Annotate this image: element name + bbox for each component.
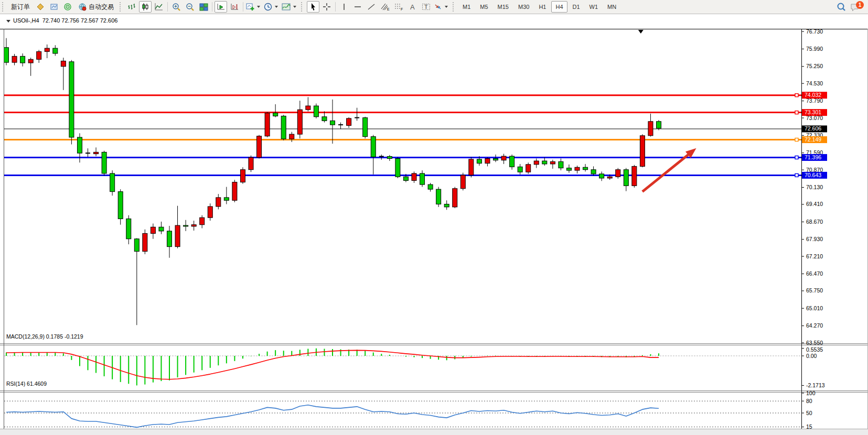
candle <box>436 187 441 207</box>
svg-text:73.301: 73.301 <box>805 109 821 115</box>
horizontal-line-button[interactable] <box>351 1 364 13</box>
candle <box>240 167 245 184</box>
ohlc-readout: 72.740 72.756 72.567 72.606 <box>42 17 118 24</box>
toolbar-grip[interactable] <box>453 2 456 12</box>
market-watch-icon <box>36 3 45 11</box>
cursor-icon <box>309 3 317 11</box>
timeframe-h4-button[interactable]: H4 <box>551 1 567 13</box>
candlestick-chart-button[interactable] <box>139 1 152 13</box>
toolbar-right-group: 1 <box>837 2 868 12</box>
timeframe-w1-button[interactable]: W1 <box>585 1 603 13</box>
equidistant-channel-button[interactable]: E <box>379 1 391 13</box>
timeframe-m1-button[interactable]: M1 <box>458 1 475 13</box>
svg-text:72.606: 72.606 <box>805 125 821 132</box>
auto-scroll-button[interactable] <box>215 1 227 13</box>
price-chip-70.643: 70.643 <box>802 172 827 179</box>
candle <box>69 60 74 145</box>
indicators-icon <box>282 3 291 11</box>
auto-scroll-icon <box>217 3 226 12</box>
data-window-button[interactable] <box>48 1 60 13</box>
svg-text:63.550: 63.550 <box>806 340 823 346</box>
candle <box>265 112 270 137</box>
dropdown-caret-icon <box>445 6 448 8</box>
svg-text:70.130: 70.130 <box>806 184 823 190</box>
svg-text:65.010: 65.010 <box>806 305 823 311</box>
price-chart[interactable]: 76.73075.99075.25074.53073.79073.07072.3… <box>0 29 868 435</box>
fibonacci-button[interactable]: F <box>392 1 405 13</box>
text-button[interactable]: A <box>406 1 419 13</box>
toolbar-separator <box>243 2 243 12</box>
new-order-label: 新订单 <box>11 3 30 12</box>
toolbar-grip[interactable] <box>301 2 304 12</box>
hline-handle[interactable] <box>795 138 798 142</box>
svg-text:71.396: 71.396 <box>805 154 821 160</box>
timeframe-mn-button[interactable]: MN <box>603 1 620 13</box>
chart-menu-caret-icon[interactable] <box>6 20 10 23</box>
timeframe-d1-button[interactable]: D1 <box>569 1 584 13</box>
timeframe-m5-button[interactable]: M5 <box>476 1 492 13</box>
svg-text:76.730: 76.730 <box>806 29 823 35</box>
equidistant-channel-icon: E <box>380 3 390 11</box>
chart-shift-icon <box>230 3 239 12</box>
navigator-button[interactable] <box>61 1 74 13</box>
toolbar-separator <box>167 2 168 12</box>
cursor-button[interactable] <box>307 1 319 13</box>
vertical-line-button[interactable] <box>338 1 350 13</box>
text-label-button[interactable]: T <box>420 1 432 13</box>
crosshair-button[interactable] <box>320 1 333 13</box>
candle <box>363 117 368 138</box>
bar-chart-button[interactable] <box>125 1 138 13</box>
candle <box>632 165 637 188</box>
dropdown-caret-icon <box>257 6 260 8</box>
zoom-out-button[interactable] <box>184 1 196 13</box>
periods-dropdown[interactable] <box>263 1 280 13</box>
mt4-terminal: { "toolbar": { "new_order_label": "新订单",… <box>0 0 868 435</box>
indicators-dropdown[interactable] <box>281 1 298 13</box>
toolbar-grip[interactable] <box>2 2 5 12</box>
market-watch-button[interactable] <box>34 1 47 13</box>
timeframe-m15-button[interactable]: M15 <box>494 1 513 13</box>
line-chart-button[interactable] <box>153 1 165 13</box>
tile-windows-button[interactable] <box>197 1 210 13</box>
candle <box>395 157 400 178</box>
candle <box>453 187 457 209</box>
candle <box>249 156 253 172</box>
timeframe-toolbar: M1M5M15M30H1H4D1W1MN <box>458 1 621 13</box>
price-chip-71.396: 71.396 <box>802 154 827 161</box>
zoom-in-button[interactable] <box>170 1 183 13</box>
dropdown-caret-icon <box>275 6 278 8</box>
hline-handle[interactable] <box>795 94 798 97</box>
price-chip-72.149: 72.149 <box>802 136 827 143</box>
hline-handle[interactable] <box>795 173 798 177</box>
toolbar-grip[interactable] <box>120 2 123 12</box>
window-bottom-edge <box>0 429 868 435</box>
zoom-in-icon <box>172 3 181 12</box>
hline-handle[interactable] <box>795 111 798 114</box>
navigator-icon <box>63 3 72 11</box>
svg-text:67.210: 67.210 <box>806 253 823 259</box>
toolbar-separator <box>335 2 336 12</box>
search-icon[interactable] <box>837 2 846 12</box>
new-chart-dropdown[interactable] <box>245 1 262 13</box>
chart-header[interactable]: USOil-,H4 72.740 72.756 72.567 72.606 <box>6 17 117 24</box>
trendline-icon <box>367 3 376 11</box>
svg-text:68.670: 68.670 <box>806 219 823 225</box>
line-chart-icon <box>155 3 163 11</box>
auto-trading-button[interactable]: 自动交易 <box>75 1 117 13</box>
main-toolbar: 新订单 自动交易 <box>0 0 868 14</box>
svg-text:66.470: 66.470 <box>806 270 823 277</box>
hline-handle[interactable] <box>795 156 798 159</box>
candle <box>102 151 106 176</box>
timeframe-m30-button[interactable]: M30 <box>514 1 533 13</box>
timeframe-h1-button[interactable]: H1 <box>534 1 550 13</box>
new-order-button[interactable]: 新订单 <box>8 1 33 13</box>
zoom-out-icon <box>186 3 195 12</box>
notifications-button[interactable]: 1 <box>850 2 863 12</box>
svg-text:72.149: 72.149 <box>805 136 821 143</box>
chart-shift-button[interactable] <box>228 1 241 13</box>
candle <box>640 134 645 167</box>
arrows-dropdown[interactable] <box>433 1 450 13</box>
trendline-button[interactable] <box>365 1 378 13</box>
fibonacci-icon: F <box>394 3 403 11</box>
data-window-icon <box>50 3 58 11</box>
